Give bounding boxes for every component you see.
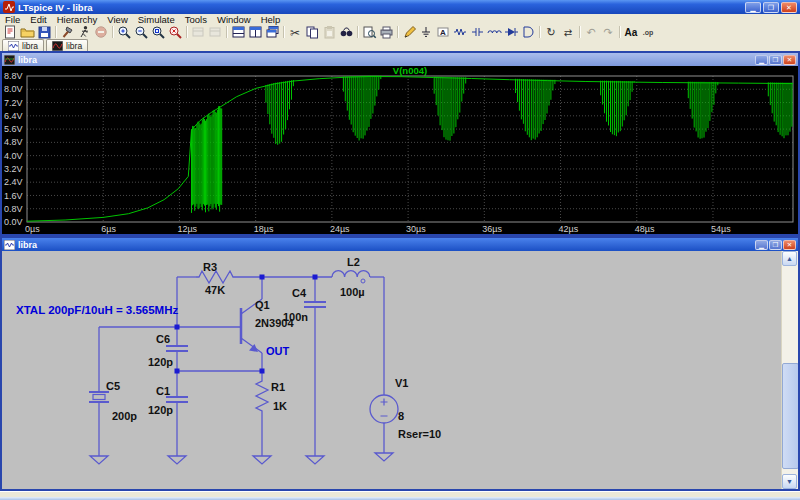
mirror-button[interactable]: ⇄ [560,25,577,39]
svg-text:↶: ↶ [586,26,595,38]
autorange-y-axis-button[interactable] [190,25,207,39]
find-button[interactable] [338,25,355,39]
scrollbar-thumb[interactable] [782,363,798,469]
menu-simulate[interactable]: Simulate [133,14,180,25]
zoom-in-button[interactable] [116,25,133,39]
resistor-button[interactable] [452,25,469,39]
trace-label[interactable]: V(n004) [393,66,427,76]
ground-symbol[interactable] [253,456,271,464]
copy-button[interactable] [304,25,321,39]
menu-window[interactable]: Window [212,14,256,25]
print-preview-button[interactable] [361,25,378,39]
tile-vertical-button[interactable] [247,25,264,39]
run-button[interactable] [76,25,93,39]
wave-minimize-button[interactable]: ▁ [755,55,768,65]
vertical-scrollbar[interactable]: ▲ ▼ [781,251,798,489]
tab-libra-1[interactable]: libra [2,39,44,51]
plot-settings-button[interactable] [207,25,224,39]
spice-directive-icon: .op [641,25,656,39]
svg-text:V1: V1 [395,377,408,389]
ground-symbol[interactable] [90,456,108,464]
toolbar-separator [397,26,399,38]
inductor-button[interactable] [486,25,503,39]
svg-text:1.6V: 1.6V [4,191,23,201]
svg-text:6.4V: 6.4V [4,111,23,121]
component-L2[interactable]: L2100µ [332,256,370,298]
schematic-canvas[interactable]: R347K L2100µ C4100n Q12N3904OUT C6120p C… [2,251,798,489]
schem-close-button[interactable]: ✕ [783,240,796,250]
paste-button[interactable] [321,25,338,39]
ground-icon [419,25,434,39]
autorange-y-axis-icon [191,25,206,39]
svg-text:24µs: 24µs [330,224,350,234]
capacitor-button[interactable] [469,25,486,39]
tile-horizontal-button[interactable] [230,25,247,39]
rotate-button[interactable]: ↻ [543,25,560,39]
component-button[interactable] [520,25,537,39]
toolbar-separator [619,26,621,38]
svg-text:0.0V: 0.0V [4,217,23,227]
tab-libra-2[interactable]: libra [46,39,88,51]
zoom-out-icon [134,25,149,39]
scroll-down-button[interactable]: ▼ [782,474,797,489]
schematic-drawing[interactable]: R347K L2100µ C4100n Q12N3904OUT C6120p C… [2,251,765,489]
wave-close-button[interactable]: ✕ [783,55,796,65]
menu-tools[interactable]: Tools [180,14,212,25]
menu-help[interactable]: Help [256,14,286,25]
component-icon [521,25,536,39]
spice-directive-button[interactable]: .op [640,25,657,39]
component-C1[interactable]: C1120p [148,385,188,416]
open-button[interactable] [19,25,36,39]
control-panel-button[interactable] [59,25,76,39]
cut-button[interactable]: ✂ [287,25,304,39]
menu-file[interactable]: File [0,14,25,25]
scroll-up-button[interactable]: ▲ [782,251,797,266]
component-R3[interactable]: R347K [196,261,236,296]
zoom-back-button[interactable] [167,25,184,39]
menu-view[interactable]: View [102,14,132,25]
svg-text:8.8V: 8.8V [4,71,23,81]
menu-edit[interactable]: Edit [25,14,51,25]
component-C6[interactable]: C6120p [148,333,188,368]
svg-text:⇄: ⇄ [564,27,572,38]
minimize-button[interactable]: ▁ [745,2,761,13]
waveform-title-bar: libra ▁ ❐ ✕ [2,53,798,66]
waveform-plot-area[interactable]: 8.8V8.0V7.2V6.4V5.6V4.8V4.0V3.2V2.4V1.6V… [2,66,798,234]
component-C5[interactable]: C5200p [89,380,137,422]
svg-text:.op: .op [643,29,654,37]
undo-button[interactable]: ↶ [583,25,600,39]
window-title: LTspice IV - libra [18,2,93,13]
cascade-windows-button[interactable] [264,25,281,39]
component-R1[interactable]: R11K [256,378,287,414]
schematic-comment[interactable]: XTAL 200pF/10uH = 3.565MHz [16,304,178,316]
svg-text:8.0V: 8.0V [4,84,23,94]
ground-button[interactable] [418,25,435,39]
svg-text:0.8V: 0.8V [4,204,23,214]
text-button[interactable]: Aa [623,25,640,39]
close-button[interactable]: ✕ [781,2,797,13]
diode-button[interactable] [503,25,520,39]
schem-maximize-button[interactable]: ❐ [769,240,782,250]
ground-symbol[interactable] [168,456,186,464]
new-schematic-button[interactable] [2,25,19,39]
wave-maximize-button[interactable]: ❐ [769,55,782,65]
component-V1[interactable]: V18Rser=10 [370,377,441,440]
maximize-button[interactable]: ❐ [763,2,779,13]
save-icon [37,25,52,39]
ground-symbol[interactable] [306,456,324,464]
halt-button[interactable] [93,25,110,39]
print-button[interactable] [378,25,395,39]
save-button[interactable] [36,25,53,39]
edit-label-button[interactable] [401,25,418,39]
net-label-button[interactable]: A [435,25,452,39]
zoom-full-extents-button[interactable] [150,25,167,39]
zoom-out-button[interactable] [133,25,150,39]
redo-button[interactable]: ↷ [600,25,617,39]
svg-text:↻: ↻ [546,26,555,38]
menu-hierarchy[interactable]: Hierarchy [52,14,103,25]
svg-text:120p: 120p [148,404,173,416]
net-label-out[interactable]: OUT [266,345,290,357]
ground-symbol[interactable] [375,453,393,461]
waveform-plot[interactable]: 8.8V8.0V7.2V6.4V5.6V4.8V4.0V3.2V2.4V1.6V… [2,66,798,234]
schem-minimize-button[interactable]: ▁ [755,240,768,250]
